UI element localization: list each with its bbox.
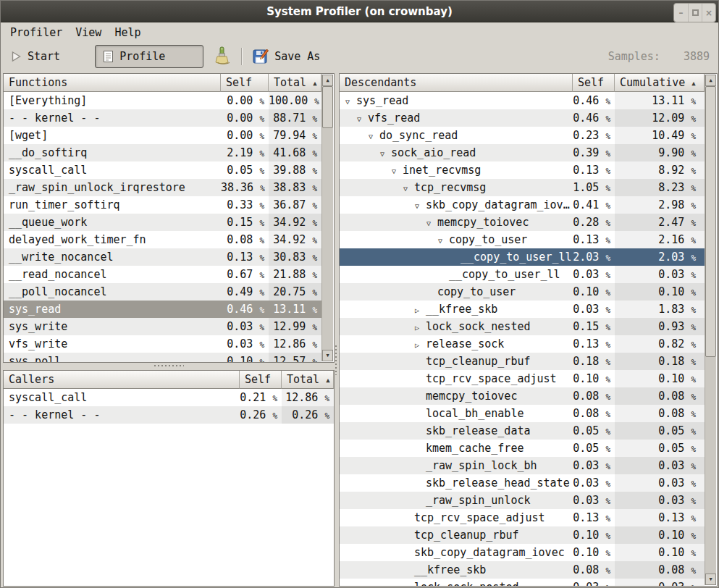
table-row[interactable]: skb_release_head_state0.03 %0.03 % [340,474,705,492]
table-row[interactable]: __queue_work0.15 %34.92 % [4,214,321,231]
expander-closed-icon[interactable]: ▷ [415,337,426,353]
function-name: tcp_cleanup_rbuf [414,529,519,542]
table-row[interactable]: __read_nocancel0.67 %21.88 % [4,266,321,283]
clear-button[interactable] [214,46,230,67]
scroll-down-button[interactable]: ▼ [705,574,716,585]
column-header-callers[interactable]: Callers [4,371,240,389]
table-row[interactable]: _raw_spin_unlock0.03 %0.03 % [340,492,705,509]
table-row[interactable]: [Everything]0.00 %100.00 % [4,92,321,109]
table-row[interactable]: run_timer_softirq0.33 %36.87 % [4,196,321,214]
table-row[interactable]: __write_nocancel0.13 %30.83 % [4,248,321,266]
expander-open-icon[interactable]: ▽ [369,128,379,144]
scroll-up-button[interactable]: ▲ [322,75,333,86]
self-value: 0.13 % [573,161,615,179]
table-row[interactable]: sys_write0.03 %12.99 % [4,318,321,335]
expander-open-icon[interactable]: ▽ [380,146,391,161]
table-row[interactable]: delayed_work_timer_fn0.08 %34.92 % [4,231,321,248]
table-row[interactable]: lock_sock_nested0.03 %0.03 % [340,579,705,586]
table-row[interactable]: skb_release_data0.05 %0.05 % [340,422,705,440]
scroll-up-button[interactable]: ▲ [705,75,716,86]
table-row[interactable]: tcp_cleanup_rbuf0.10 %0.10 % [340,526,705,544]
table-row[interactable]: ▷release_sock0.13 %0.82 % [340,335,705,353]
table-row[interactable]: ▽sys_read0.46 %13.11 % [340,92,705,109]
expander-closed-icon[interactable]: ▷ [415,302,426,318]
table-row[interactable]: sys_poll0.10 %12.57 % [4,353,321,362]
scrollbar-thumb[interactable] [322,86,333,128]
table-row[interactable]: syscall_call0.05 %39.88 % [4,161,321,179]
column-header-total[interactable]: Total▲ [282,371,334,389]
expander-open-icon[interactable]: ▽ [438,232,449,248]
self-value: 0.05 % [573,422,615,440]
profile-toggle-button[interactable]: Profile [95,45,203,68]
expander-open-icon[interactable]: ▽ [426,215,437,231]
table-row[interactable]: ▽inet_recvmsg0.13 %8.92 % [340,161,705,179]
save-as-button[interactable]: Save As [253,49,320,64]
table-row[interactable]: tcp_rcv_space_adjust0.10 %0.10 % [340,370,705,387]
column-header-self[interactable]: Self [221,74,269,92]
start-button[interactable]: Start [11,50,60,63]
table-row[interactable]: ▷__kfree_skb0.03 %1.83 % [340,301,705,318]
self-value: 0.05 % [221,161,269,179]
column-header-functions[interactable]: Functions [4,74,221,92]
expander-open-icon[interactable]: ▽ [403,180,414,196]
column-header-self[interactable]: Self [573,74,615,92]
table-row[interactable]: [wget]0.00 %79.94 % [4,127,321,144]
table-row[interactable]: ▷lock_sock_nested0.15 %0.93 % [340,318,705,335]
function-name: lock_sock_nested [414,581,519,586]
cumulative-value: 0.08 % [615,387,705,405]
table-row[interactable]: ▽skb_copy_datagram_iov…0.41 %2.98 % [340,196,705,214]
table-row[interactable]: ▽tcp_recvmsg1.05 %8.23 % [340,179,705,196]
column-header-total[interactable]: Total▲ [269,74,321,92]
table-row[interactable]: memcpy_toiovec0.08 %0.08 % [340,387,705,405]
table-row[interactable]: ▽memcpy_toiovec0.28 %2.47 % [340,214,705,231]
table-row[interactable]: __kfree_skb0.08 %0.08 % [340,561,705,579]
functions-scrollbar[interactable]: ▲ ▼ [321,75,333,361]
scrollbar-thumb[interactable] [705,86,716,357]
table-row[interactable]: ▽copy_to_user0.13 %2.16 % [340,231,705,248]
expander-open-icon[interactable]: ▽ [392,163,403,179]
menu-item-profiler[interactable]: Profiler [4,25,69,41]
column-header-cumulative[interactable]: Cumulative▲ [615,74,705,92]
table-row[interactable]: ▽do_sync_read0.23 %10.49 % [340,127,705,144]
table-row[interactable]: _raw_spin_unlock_irqrestore38.36 %38.83 … [4,179,321,196]
percent-sign: % [691,445,696,454]
expander-closed-icon[interactable]: ▷ [415,319,426,335]
expander-open-icon[interactable]: ▽ [345,93,356,109]
descendants-scrollbar[interactable]: ▲ ▼ [705,75,716,585]
name-cell: ▷__kfree_skb [340,301,573,318]
table-row[interactable]: tcp_cleanup_rbuf0.18 %0.18 % [340,353,705,370]
table-row[interactable]: copy_to_user0.10 %0.10 % [340,283,705,301]
table-row[interactable]: kmem_cache_free0.05 %0.05 % [340,440,705,457]
table-row[interactable]: __copy_to_user_ll0.03 %0.03 % [340,266,705,283]
column-header-self[interactable]: Self [240,371,282,389]
table-row[interactable]: __do_softirq2.19 %41.68 % [4,144,321,161]
table-row[interactable]: vfs_write0.03 %12.86 % [4,335,321,353]
table-row[interactable]: syscall_call0.21 %12.86 % [4,389,334,406]
pane-splitter-horizontal[interactable] [3,363,335,370]
self-value: 0.21 % [240,389,282,406]
self-value: 0.13 % [221,248,269,266]
maximize-button[interactable] [688,4,702,22]
table-row[interactable]: _raw_spin_lock_bh0.03 %0.03 % [340,457,705,474]
table-row[interactable]: tcp_rcv_space_adjust0.13 %0.13 % [340,509,705,526]
close-button[interactable]: × [702,4,715,22]
table-row[interactable]: ▽vfs_read0.46 %12.09 % [340,109,705,127]
table-row[interactable]: local_bh_enable0.08 %0.08 % [340,405,705,422]
scroll-down-button[interactable]: ▼ [322,350,333,361]
table-row[interactable]: ▽sock_aio_read0.39 %9.90 % [340,144,705,161]
table-row[interactable]: __poll_nocancel0.49 %20.75 % [4,283,321,301]
menu-item-help[interactable]: Help [108,25,147,41]
expander-open-icon[interactable]: ▽ [357,111,368,127]
column-header-descendants[interactable]: Descendants [340,74,573,92]
name-cell: ▽tcp_recvmsg [340,179,573,196]
table-row[interactable]: sys_read0.46 %13.11 % [4,301,321,318]
minimize-button[interactable]: – [674,4,688,22]
table-row[interactable]: skb_copy_datagram_iovec0.10 %0.10 % [340,544,705,561]
table-row[interactable]: __copy_to_user_ll2.03 %2.03 % [340,248,705,266]
expander-open-icon[interactable]: ▽ [415,198,426,214]
cumulative-value: 13.11 % [615,92,705,109]
menu-item-view[interactable]: View [69,25,108,41]
table-row[interactable]: - - kernel - -0.26 %0.26 % [4,406,334,424]
table-row[interactable]: - - kernel - -0.00 %88.71 % [4,109,321,127]
percent-sign: % [605,167,610,176]
